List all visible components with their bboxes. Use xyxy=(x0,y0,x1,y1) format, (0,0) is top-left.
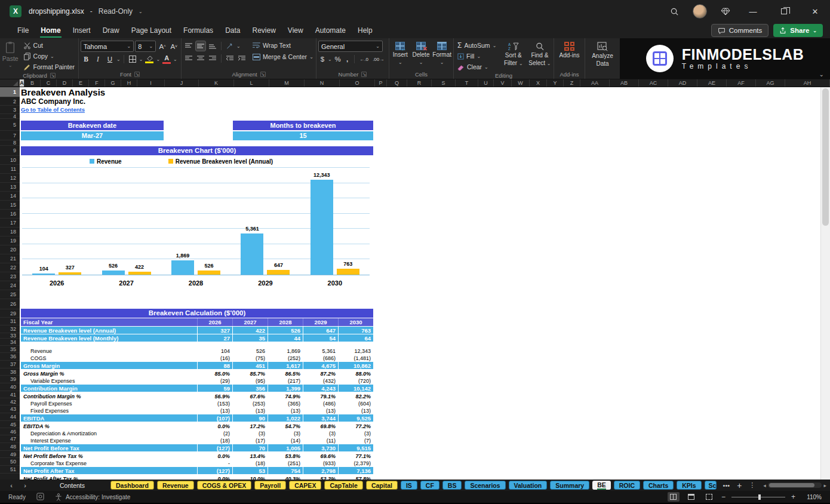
column-header-P[interactable]: P xyxy=(375,79,387,87)
chart-bar-breakeven-2030[interactable]: 763 xyxy=(337,269,359,275)
row-header-22[interactable]: 22 xyxy=(0,263,20,272)
orientation-chevron[interactable]: ⌄ xyxy=(236,44,241,49)
column-header-H[interactable]: H xyxy=(121,79,137,87)
percent-style-button[interactable]: % xyxy=(333,54,343,64)
table-row[interactable]: Fixed Expenses(13)(13)(13)(13)(13) xyxy=(21,407,373,414)
column-header-AA[interactable]: AA xyxy=(580,79,610,87)
column-header-S[interactable]: S xyxy=(432,79,456,87)
sheet-tab-payroll[interactable]: Payroll xyxy=(254,481,286,490)
clear-button[interactable]: Clear⌄ xyxy=(456,62,499,72)
breakeven-chart-banner[interactable]: Breakeven Chart ($'000) xyxy=(21,146,373,155)
table-row[interactable]: Depreciation & Amortization(2)(3)(3)(3)(… xyxy=(21,430,373,437)
zoom-slider[interactable] xyxy=(731,497,785,497)
copy-button[interactable]: Copy ⌄ xyxy=(21,51,76,61)
column-header-X[interactable]: X xyxy=(530,79,547,87)
sheet-tab-capital[interactable]: Capital xyxy=(366,481,398,490)
autosum-button[interactable]: ΣAutoSum⌄ xyxy=(456,41,499,50)
sheet-tab-revenue[interactable]: Revenue xyxy=(157,481,194,490)
row-header-36[interactable]: 36 xyxy=(0,353,20,361)
row-header-44[interactable]: 44 xyxy=(0,413,20,421)
table-row[interactable]: EBITDA %0.0%17.2%54.7%69.8%77.2% xyxy=(21,422,373,430)
accounting-chevron[interactable]: ⌄ xyxy=(328,57,332,62)
column-header-R[interactable]: R xyxy=(407,79,432,87)
more-sheets-icon[interactable]: ••• xyxy=(723,482,730,489)
column-header-D[interactable]: D xyxy=(57,79,73,87)
row-header-51[interactable]: 51 xyxy=(0,466,20,474)
row-header-40[interactable]: 40 xyxy=(0,383,20,391)
increase-font-size-button[interactable]: A^ xyxy=(157,41,167,52)
sheet-tab-dashboard[interactable]: Dashboard xyxy=(110,481,154,490)
table-row[interactable]: Net Profit After Tax %0.0%10.0%40.3%52.2… xyxy=(21,475,373,480)
sheet-tab-sc[interactable]: Sc xyxy=(705,481,717,490)
row-header-21[interactable]: 21 xyxy=(0,254,20,263)
row-header-19[interactable]: 19 xyxy=(0,236,20,245)
sheet-tab-cf[interactable]: CF xyxy=(420,481,439,490)
table-row[interactable]: Net Profit Before Tax %0.0%13.4%53.8%69.… xyxy=(21,452,373,460)
table-row[interactable]: Net Profit After Tax(127)537542,7987,136 xyxy=(21,467,373,475)
read-only-badge[interactable]: Read-Only xyxy=(99,7,133,16)
alignment-dialog-launcher[interactable]: ↘ xyxy=(260,72,266,77)
row-header-7[interactable]: 7 xyxy=(0,131,20,140)
fill-button[interactable]: Fill⌄ xyxy=(456,51,499,61)
sheet-title-cell[interactable]: Breakeven Analysis xyxy=(21,87,820,97)
row-header-43[interactable]: 43 xyxy=(0,405,20,413)
months-to-breakeven-header-cell[interactable]: Months to breakeven xyxy=(233,121,373,130)
column-header-AF[interactable]: AF xyxy=(727,79,756,87)
comments-button[interactable]: Comments xyxy=(711,24,769,37)
column-header-N[interactable]: N xyxy=(305,79,340,87)
sheet-tab-charts[interactable]: Charts xyxy=(643,481,674,490)
font-color-chevron[interactable]: ⌄ xyxy=(173,57,177,62)
increase-indent-button[interactable] xyxy=(236,53,247,64)
column-header-B[interactable]: B xyxy=(24,79,41,87)
row-header-48[interactable]: 48 xyxy=(0,443,20,451)
zoom-level[interactable]: 110% xyxy=(801,494,822,500)
table-row[interactable]: Interest Expense(18)(17)(14)(11)(7) xyxy=(21,437,373,444)
row-header-25[interactable]: 25 xyxy=(0,290,20,299)
zoom-out-button[interactable]: − xyxy=(721,493,726,501)
font-size-combobox[interactable]: 8⌄ xyxy=(135,41,156,52)
decrease-decimal-button[interactable]: .00→ xyxy=(372,54,385,64)
row-header-15[interactable]: 15 xyxy=(0,201,20,210)
row-header-29[interactable]: 29 xyxy=(0,309,20,318)
column-header-Y[interactable]: Y xyxy=(547,79,564,87)
clipboard-dialog-launcher[interactable]: ↘ xyxy=(50,73,56,78)
sheet-tab-scenarios[interactable]: Scenarios xyxy=(465,481,505,490)
borders-chevron[interactable]: ⌄ xyxy=(139,57,143,62)
breakeven-chart[interactable]: RevenueRevenue Breakeven level (Annual) … xyxy=(21,156,373,299)
menu-draw[interactable]: Draw xyxy=(97,24,125,36)
align-top-button[interactable] xyxy=(183,41,194,51)
menu-automate[interactable]: Automate xyxy=(310,24,351,36)
row-header-2[interactable]: 2 xyxy=(0,97,20,106)
column-header-W[interactable]: W xyxy=(512,79,530,87)
align-center-button[interactable] xyxy=(195,53,206,64)
column-header-O[interactable]: O xyxy=(340,79,375,87)
column-header-Z[interactable]: Z xyxy=(564,79,580,87)
horizontal-scrollbar-thumb[interactable] xyxy=(769,483,815,487)
menu-page-layout[interactable]: Page Layout xyxy=(126,24,177,36)
hscroll-right-arrow[interactable]: ▸ xyxy=(823,483,826,488)
row-header-50[interactable]: 50 xyxy=(0,458,20,466)
align-right-button[interactable] xyxy=(207,53,218,64)
table-of-contents-link[interactable]: Go to Table of Contents xyxy=(21,106,85,114)
menu-home[interactable]: Home xyxy=(35,24,66,36)
font-family-combobox[interactable]: Tahoma⌄ xyxy=(81,41,134,52)
table-row[interactable] xyxy=(21,342,373,348)
breakeven-calculation-banner[interactable]: Breakeven Calculation ($'000) xyxy=(21,309,373,318)
minimize-button[interactable]: — xyxy=(744,4,762,19)
row-header-8[interactable]: 8 xyxy=(0,140,20,146)
vertical-scrollbar[interactable] xyxy=(820,87,830,480)
underline-chevron[interactable]: ⌄ xyxy=(116,57,121,62)
format-painter-button[interactable]: Format Painter xyxy=(21,62,76,72)
cut-button[interactable]: Cut xyxy=(21,41,76,50)
row-header-12[interactable]: 12 xyxy=(0,174,20,183)
table-row[interactable]: Contribution Margin593561,3994,24310,142 xyxy=(21,385,373,392)
chart-bar-breakeven-2027[interactable]: 422 xyxy=(128,272,151,275)
underline-button[interactable]: U xyxy=(104,54,115,64)
restore-button[interactable] xyxy=(775,4,793,19)
row-header-34[interactable]: 34 xyxy=(0,339,20,346)
normal-view-button[interactable] xyxy=(668,492,680,502)
sheet-tab-kpis[interactable]: KPIs xyxy=(677,481,701,490)
vertical-scrollbar-thumb[interactable] xyxy=(822,88,829,226)
share-button[interactable]: Share ⌄ xyxy=(773,24,823,37)
column-header-AH[interactable]: AH xyxy=(785,79,830,87)
